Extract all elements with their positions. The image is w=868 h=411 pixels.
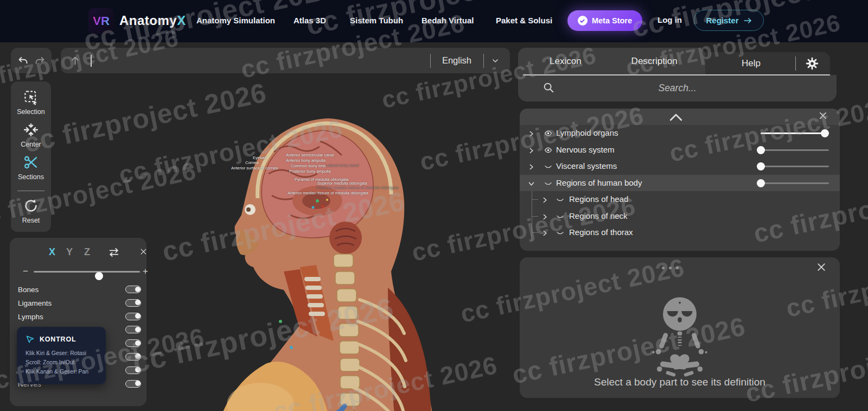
drag-handle-dots[interactable] [662, 267, 679, 269]
brand-logo[interactable]: VR [88, 8, 114, 34]
opacity-slider[interactable] [761, 149, 829, 151]
lexicon-search-bar[interactable]: Search... [518, 75, 837, 102]
opacity-slider[interactable] [761, 132, 829, 134]
slider-track[interactable] [34, 271, 140, 273]
tree-chevron[interactable] [541, 196, 548, 206]
layer-row: Ligaments [10, 297, 146, 311]
slider-thumb[interactable] [95, 272, 103, 280]
nav-item[interactable]: Anatomy Simulation [196, 16, 275, 25]
register-button[interactable]: Register [694, 10, 764, 31]
chevron-right-icon[interactable] [528, 163, 535, 170]
eye-hidden-icon[interactable] [544, 179, 553, 187]
tree-item-label: Visceral systems [556, 161, 617, 170]
layer-toggle[interactable] [125, 299, 141, 307]
login-link[interactable]: Log in [658, 15, 682, 24]
tree-chevron[interactable] [528, 163, 535, 173]
tree-chevron[interactable] [528, 147, 535, 156]
chevron-down-icon[interactable] [528, 180, 535, 187]
slider-minus[interactable]: − [23, 266, 28, 277]
layer-toggle[interactable] [125, 366, 141, 374]
undo-redo-group [11, 48, 52, 73]
opacity-slider[interactable] [761, 166, 829, 167]
tree-child-item[interactable]: Regions of head [520, 191, 840, 208]
tree-chevron[interactable] [541, 213, 548, 223]
tree-item[interactable]: Regions of human body [520, 175, 840, 192]
tree-visibility[interactable] [544, 129, 553, 140]
tree-item[interactable]: Visceral systems [520, 158, 840, 175]
redo-button[interactable] [34, 55, 46, 66]
reset-tool-button[interactable]: Reset [22, 198, 40, 224]
close-icon[interactable] [140, 248, 147, 257]
close-icon[interactable] [816, 262, 827, 275]
tree-visibility[interactable] [556, 195, 565, 206]
tree-chevron[interactable] [528, 180, 535, 189]
opacity-slider[interactable] [761, 182, 829, 184]
axis-x-button[interactable]: X [49, 246, 55, 258]
tree-visibility[interactable] [544, 146, 553, 156]
language-selector[interactable]: English [442, 55, 471, 66]
opacity-slider-thumb[interactable] [757, 162, 765, 170]
brand-name[interactable]: AnatomyX [119, 13, 186, 28]
toolbar-text-input[interactable] [92, 48, 430, 73]
eye-hidden-icon[interactable] [556, 195, 565, 204]
tree-visibility[interactable] [544, 179, 553, 189]
axis-z-button[interactable]: Z [84, 246, 90, 258]
center-tool-button[interactable]: Center [21, 122, 41, 148]
undo-button[interactable] [17, 55, 29, 66]
tree-visibility[interactable] [556, 212, 565, 223]
eye-hidden-icon[interactable] [556, 229, 565, 237]
opacity-slider-thumb[interactable] [821, 129, 829, 137]
tree-visibility[interactable] [556, 229, 565, 239]
nav-item[interactable]: Paket & Solusi [496, 16, 552, 25]
tree-item[interactable]: Lymphoid organs [520, 125, 840, 142]
language-chevron-down-icon[interactable] [490, 57, 500, 65]
meta-store-button[interactable]: Meta Store [567, 10, 642, 31]
chevron-right-icon[interactable] [528, 147, 535, 154]
tab-help[interactable]: Help [742, 58, 761, 69]
nav-item[interactable]: Atlas 3D [293, 16, 326, 25]
tree-item-label: Nervous system [556, 145, 615, 154]
chevron-right-icon[interactable] [541, 213, 548, 220]
layer-toggle[interactable] [125, 313, 141, 320]
slider-plus[interactable]: + [143, 266, 148, 277]
tree-item[interactable]: Nervous system [520, 142, 840, 159]
tab-description[interactable]: Description [631, 56, 678, 67]
sections-tool-button[interactable]: Sections [18, 154, 44, 181]
anatomy-label: Cornea [245, 160, 259, 165]
layer-toggle[interactable] [125, 286, 141, 293]
selection-tool-button[interactable]: Selection [17, 89, 44, 116]
layer-toggle[interactable] [125, 380, 141, 388]
arrow-up-icon[interactable] [69, 55, 81, 66]
tool-label: Center [21, 141, 41, 148]
chevron-right-icon[interactable] [528, 130, 535, 137]
gear-icon[interactable] [805, 56, 819, 73]
opacity-slider-thumb[interactable] [757, 179, 765, 187]
tab-lexicon[interactable]: Lexicon [550, 56, 582, 67]
chevron-right-icon[interactable] [541, 197, 548, 204]
eye-visible-icon[interactable] [544, 146, 553, 154]
tool-label: Sections [18, 173, 44, 181]
eye-hidden-icon[interactable] [556, 212, 565, 220]
layer-toggle[interactable] [125, 339, 141, 347]
tree-panel-header [520, 109, 840, 125]
layer-toggle[interactable] [125, 326, 141, 333]
anatomy-model[interactable] [155, 109, 534, 411]
tree-visibility[interactable] [544, 162, 553, 173]
nav-item[interactable]: Sistem Tubuh [350, 16, 403, 25]
tree-child-item[interactable]: Regions of thorax [520, 224, 840, 241]
tree-child-item[interactable]: Regions of neck [520, 208, 840, 225]
collapse-chevron-up-icon[interactable] [669, 112, 683, 124]
eye-visible-icon[interactable] [544, 129, 553, 137]
anatomy-label: Anterior semicircular canal [286, 153, 334, 157]
swap-icon[interactable] [107, 246, 120, 261]
layer-toggle[interactable] [125, 353, 141, 361]
tree-chevron[interactable] [528, 130, 535, 140]
tool-label: Selection [17, 108, 44, 116]
close-icon[interactable] [818, 111, 828, 123]
nav-item[interactable]: Bedah Virtual [422, 16, 474, 25]
eye-hidden-icon[interactable] [544, 162, 553, 170]
axis-y-button[interactable]: Y [66, 246, 73, 258]
tree-chevron[interactable] [541, 229, 548, 239]
opacity-slider-thumb[interactable] [757, 146, 765, 154]
chevron-right-icon[interactable] [541, 230, 548, 237]
